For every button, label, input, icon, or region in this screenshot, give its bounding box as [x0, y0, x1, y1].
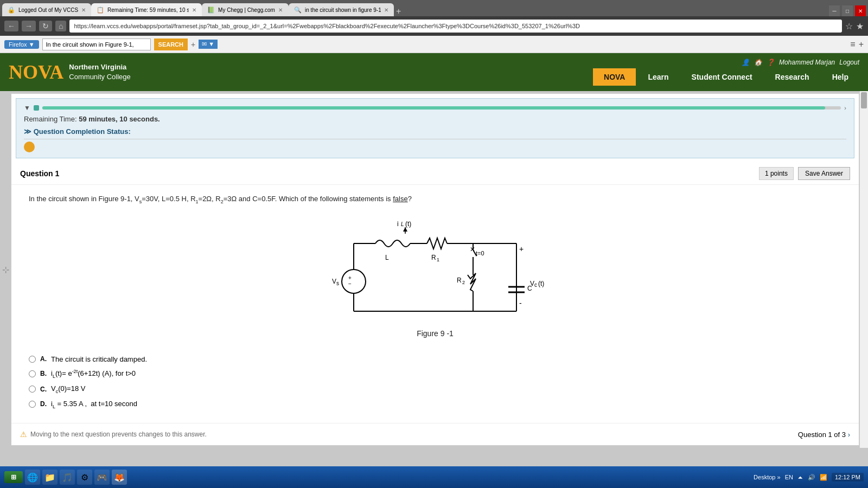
- tab-bar: 🔒 Logged Out of My VCCS ✕ 📋 Remaining Ti…: [0, 0, 868, 16]
- remaining-label: Remaining Time:: [24, 115, 77, 123]
- user-info: 👤 🏠 ❓ Mohammed Marjan Logout: [742, 59, 859, 66]
- tab-1-title: Logged Out of My VCCS: [18, 7, 78, 13]
- text-d: iL = 5.35 A , at t=10 second: [51, 400, 137, 409]
- minimize-button[interactable]: ─: [829, 5, 840, 16]
- nova-logo[interactable]: NOVA: [9, 61, 63, 84]
- yahoo-search-button[interactable]: SEARCH: [154, 38, 188, 50]
- svg-text:R: R: [457, 277, 462, 284]
- drag-icon[interactable]: ⊹: [2, 265, 9, 275]
- answer-choices: A. The circuit is critically damped. B. …: [29, 355, 841, 409]
- svg-text:(t): (t): [538, 280, 544, 287]
- nav-nova[interactable]: NOVA: [593, 68, 636, 86]
- completion-label[interactable]: ≫ Question Completion Status:: [24, 127, 131, 136]
- text-c: Vc(0)=18 V: [51, 384, 85, 394]
- label-b: B.: [40, 370, 47, 377]
- question-title: Question 1: [20, 169, 59, 178]
- help-icon: ❓: [767, 59, 775, 66]
- radio-b[interactable]: [29, 370, 36, 377]
- tab-3[interactable]: 📗 My Chegg | Chegg.com ✕: [202, 3, 289, 16]
- back-button[interactable]: ←: [4, 21, 18, 31]
- tab-1-favicon: 🔒: [8, 7, 15, 14]
- label-d: D.: [40, 400, 47, 408]
- bookmark-button[interactable]: ☆: [845, 21, 853, 31]
- save-answer-button[interactable]: Save Answer: [798, 167, 850, 180]
- completion-row: ≫ Question Completion Status:: [24, 127, 846, 136]
- label-a: A.: [40, 355, 47, 363]
- tab-4-favicon: 🔍: [294, 7, 302, 14]
- nav-bar: ← → ↻ ⌂ https://learn.vccs.edu/webapps/p…: [0, 16, 868, 36]
- tab-3-close[interactable]: ✕: [278, 7, 283, 13]
- svg-text:R: R: [431, 254, 436, 261]
- add-button[interactable]: +: [859, 40, 864, 49]
- choice-c: C. Vc(0)=18 V: [29, 384, 841, 394]
- yahoo-search-input[interactable]: [42, 38, 151, 50]
- dot-1: [24, 142, 35, 152]
- collapse-arrow[interactable]: ▼: [24, 104, 30, 112]
- nova-header: NOVA Northern Virginia Community College…: [0, 53, 868, 91]
- choice-a: A. The circuit is critically damped.: [29, 355, 841, 363]
- forward-button[interactable]: →: [22, 21, 36, 31]
- left-handle: ⊹: [0, 91, 11, 448]
- svg-text:V: V: [530, 280, 534, 287]
- address-bar[interactable]: https://learn.vccs.edu/webapps/portal/fr…: [69, 20, 842, 33]
- right-scrollbar: [859, 91, 868, 448]
- user-icon: 👤: [742, 59, 750, 66]
- main-area: ⊹ ▼ › Remaining Time: 59 minutes, 10 sec…: [0, 91, 868, 448]
- tab-4-close[interactable]: ✕: [384, 7, 388, 13]
- svg-text:c: c: [534, 282, 537, 288]
- tab-2[interactable]: 📋 Remaining Time: 59 minutes, 10 seco...…: [91, 3, 202, 16]
- tab-2-close[interactable]: ✕: [192, 7, 196, 13]
- logout-link[interactable]: Logout: [839, 59, 859, 66]
- svg-point-29: [342, 269, 366, 293]
- svg-text:−: −: [348, 281, 352, 287]
- browser-window: 🔒 Logged Out of My VCCS ✕ 📋 Remaining Ti…: [0, 0, 868, 448]
- svg-marker-4: [403, 227, 407, 232]
- college-name-line1: Northern Virginia: [69, 62, 130, 72]
- tab-4[interactable]: 🔍 in the circuit shown in figure 9-1, vs…: [289, 3, 394, 16]
- nav-help[interactable]: Help: [821, 68, 859, 86]
- question-nav-text: Question 1 of 3: [798, 431, 846, 439]
- star-button[interactable]: ★: [856, 21, 864, 31]
- tab-1[interactable]: 🔒 Logged Out of My VCCS ✕: [2, 3, 91, 16]
- warning-icon: ⚠: [20, 430, 27, 439]
- figure-label: Figure 9 -1: [417, 329, 454, 338]
- radio-c[interactable]: [29, 386, 36, 393]
- svg-text:✕: ✕: [470, 246, 475, 253]
- scrollbar-thumb[interactable]: [861, 92, 867, 108]
- timer-text: Remaining Time: 59 minutes, 10 seconds.: [24, 115, 846, 123]
- nav-student-connect[interactable]: Student Connect: [681, 68, 763, 86]
- radio-d[interactable]: [29, 401, 36, 408]
- address-text: https://learn.vccs.edu/webapps/portal/fr…: [74, 23, 580, 29]
- tab-1-close[interactable]: ✕: [81, 7, 86, 13]
- svg-text:V: V: [332, 278, 336, 285]
- svg-text:-: -: [519, 299, 522, 307]
- timer-header: ▼ ›: [24, 104, 846, 112]
- new-tab-button[interactable]: +: [396, 7, 401, 16]
- svg-text:t=0: t=0: [476, 250, 484, 256]
- mail-button[interactable]: ✉ ▼: [199, 40, 218, 49]
- question-dots: [24, 139, 846, 152]
- nova-logo-text: NOVA: [9, 61, 63, 83]
- warning-message: Moving to the next question prevents cha…: [30, 431, 207, 438]
- svg-text:1: 1: [437, 257, 439, 262]
- timer-panel: ▼ › Remaining Time: 59 minutes, 10 secon…: [16, 98, 854, 158]
- nova-nav: NOVA Learn Student Connect Research Help: [593, 68, 859, 86]
- svg-text:L: L: [401, 221, 404, 227]
- close-button[interactable]: ✕: [855, 5, 866, 16]
- choice-b: B. iL(t)= e-2t(6+12t) (A), for t>0: [29, 369, 841, 379]
- label-c: C.: [40, 386, 47, 393]
- tab-3-title: My Chegg | Chegg.com: [218, 7, 275, 13]
- home-icon: 🏠: [754, 59, 762, 66]
- firefox-button[interactable]: Firefox ▼: [4, 40, 39, 49]
- remaining-value: 59 minutes, 10 seconds.: [79, 115, 160, 123]
- home-button[interactable]: ⌂: [55, 21, 66, 31]
- nav-research[interactable]: Research: [764, 68, 820, 86]
- next-question-arrow[interactable]: ›: [848, 431, 850, 439]
- circuit-svg: i L (t) L R: [321, 216, 549, 325]
- menu-button[interactable]: ≡: [850, 40, 855, 49]
- reload-button[interactable]: ↻: [39, 21, 52, 31]
- maximize-button[interactable]: □: [842, 5, 853, 16]
- nav-learn[interactable]: Learn: [637, 68, 679, 86]
- scroll-right[interactable]: ›: [844, 105, 846, 111]
- radio-a[interactable]: [29, 356, 36, 363]
